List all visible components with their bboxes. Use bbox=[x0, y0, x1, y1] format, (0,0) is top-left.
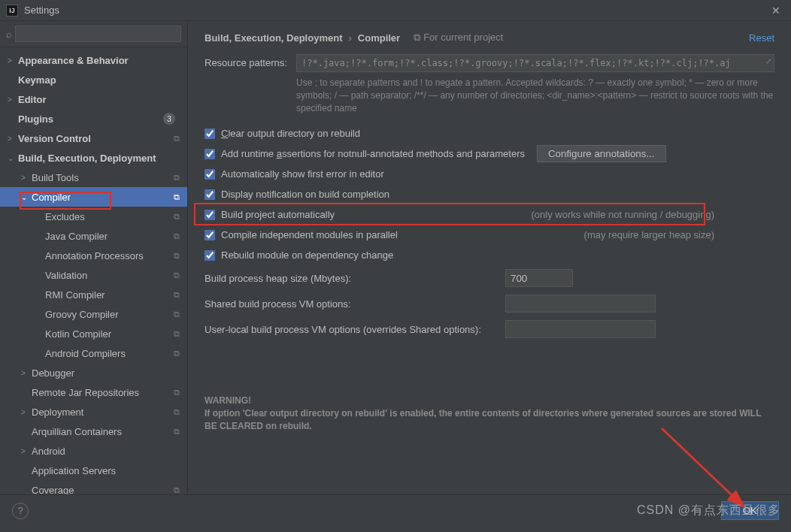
tree-item-compiler[interactable]: ⌄Compiler⧉ bbox=[0, 187, 187, 207]
tree-item-label: Android bbox=[32, 446, 187, 457]
settings-tree: >Appearance & BehaviorKeymap>EditorPlugi… bbox=[0, 47, 187, 494]
project-scope-icon: ⧉ bbox=[174, 134, 180, 144]
chevron-icon: > bbox=[21, 174, 32, 182]
resource-patterns-input[interactable] bbox=[296, 54, 774, 72]
project-scope-icon: ⧉ bbox=[174, 388, 180, 397]
close-icon[interactable]: ✕ bbox=[767, 5, 785, 17]
tree-item-keymap[interactable]: Keymap bbox=[0, 70, 187, 89]
heap-size-input[interactable] bbox=[505, 269, 573, 287]
rebuild-dep-checkbox[interactable] bbox=[205, 250, 215, 261]
tree-item-debugger[interactable]: >Debugger bbox=[0, 363, 187, 382]
chevron-icon: > bbox=[21, 369, 32, 377]
tree-item-rmi-compiler[interactable]: RMI Compiler⧉ bbox=[0, 285, 187, 304]
tree-item-excludes[interactable]: Excludes⧉ bbox=[0, 207, 187, 226]
tree-item-label: Android Compilers bbox=[45, 348, 174, 359]
shared-vm-input[interactable] bbox=[505, 295, 656, 313]
tree-item-build-execution-deployment[interactable]: ⌄Build, Execution, Deployment bbox=[0, 148, 187, 168]
ok-button[interactable]: OK bbox=[721, 501, 779, 520]
tree-item-label: Keymap bbox=[18, 74, 187, 86]
tree-item-label: Coverage bbox=[32, 485, 174, 495]
badge: 3 bbox=[163, 113, 175, 125]
app-icon: IJ bbox=[6, 5, 18, 17]
tree-item-label: Plugins bbox=[18, 113, 163, 125]
tree-item-label: Deployment bbox=[32, 407, 174, 418]
shared-vm-label: Shared build process VM options: bbox=[205, 298, 505, 310]
tree-item-label: Arquillian Containers bbox=[32, 426, 174, 437]
breadcrumb-parent[interactable]: Build, Execution, Deployment bbox=[205, 32, 342, 44]
project-scope-icon: ⧉ bbox=[174, 310, 180, 319]
tree-item-label: Groovy Compiler bbox=[45, 309, 174, 320]
chevron-right-icon: › bbox=[348, 32, 351, 44]
tree-item-arquillian-containers[interactable]: Arquillian Containers⧉ bbox=[0, 422, 187, 441]
tree-item-editor[interactable]: >Editor bbox=[0, 89, 187, 109]
search-input[interactable] bbox=[15, 26, 181, 42]
chevron-icon: ⌄ bbox=[21, 193, 32, 201]
resource-patterns-label: Resource patterns: bbox=[205, 54, 296, 68]
configure-annotations-button[interactable]: Configure annotations... bbox=[537, 145, 666, 162]
tree-item-android[interactable]: >Android bbox=[0, 441, 187, 461]
tree-item-label: Validation bbox=[45, 270, 174, 281]
tree-item-plugins[interactable]: Plugins3 bbox=[0, 109, 187, 128]
warning-body: If option 'Clear output directory on reb… bbox=[205, 408, 761, 431]
tree-item-label: Remote Jar Repositories bbox=[32, 387, 174, 398]
project-scope-icon: ⧉ bbox=[174, 485, 180, 495]
tree-item-java-compiler[interactable]: Java Compiler⧉ bbox=[0, 226, 187, 246]
warning-title: WARNING! bbox=[205, 395, 251, 406]
tree-item-validation[interactable]: Validation⧉ bbox=[0, 265, 187, 285]
project-scope-icon: ⧉ bbox=[174, 271, 180, 280]
parallel-compile-checkbox[interactable] bbox=[205, 230, 215, 240]
search-icon: ⌕ bbox=[6, 29, 12, 40]
titlebar: IJ Settings ✕ bbox=[0, 0, 791, 21]
tree-item-application-servers[interactable]: Application Servers bbox=[0, 461, 187, 480]
expand-icon[interactable]: ⤢ bbox=[765, 57, 771, 65]
tree-item-label: Build, Execution, Deployment bbox=[18, 153, 187, 164]
chevron-icon: > bbox=[21, 408, 32, 416]
tree-item-kotlin-compiler[interactable]: Kotlin Compiler⧉ bbox=[0, 324, 187, 343]
chevron-icon: ⌄ bbox=[8, 154, 18, 162]
scope-label: ⧉For current project bbox=[414, 32, 503, 44]
tree-item-annotation-processors[interactable]: Annotation Processors⧉ bbox=[0, 246, 187, 265]
tree-item-label: Appearance & Behavior bbox=[18, 55, 187, 66]
rebuild-dep-label: Rebuild module on dependency change bbox=[221, 249, 393, 261]
tree-item-groovy-compiler[interactable]: Groovy Compiler⧉ bbox=[0, 304, 187, 324]
parallel-compile-label: Compile independent modules in parallel bbox=[221, 229, 398, 240]
build-auto-checkbox[interactable] bbox=[205, 210, 215, 220]
tree-item-coverage[interactable]: Coverage⧉ bbox=[0, 480, 187, 494]
settings-sidebar: ⌕ >Appearance & BehaviorKeymap>EditorPlu… bbox=[0, 21, 188, 494]
tree-item-build-tools[interactable]: >Build Tools⧉ bbox=[0, 168, 187, 187]
build-auto-note: (only works while not running / debuggin… bbox=[531, 209, 714, 220]
tree-item-remote-jar-repositories[interactable]: Remote Jar Repositories⧉ bbox=[0, 382, 187, 402]
user-vm-input[interactable] bbox=[505, 320, 656, 338]
help-icon[interactable]: ? bbox=[12, 503, 29, 519]
tree-item-label: Java Compiler bbox=[45, 231, 174, 242]
tree-item-label: Debugger bbox=[32, 367, 187, 379]
display-notification-checkbox[interactable] bbox=[205, 189, 215, 200]
window-title: Settings bbox=[24, 5, 767, 16]
chevron-icon: > bbox=[21, 447, 32, 455]
copy-icon: ⧉ bbox=[414, 32, 420, 43]
runtime-assertions-label: Add runtime assertions for notnull-annot… bbox=[221, 148, 525, 159]
auto-show-error-checkbox[interactable] bbox=[205, 169, 215, 180]
tree-item-deployment[interactable]: >Deployment⧉ bbox=[0, 402, 187, 422]
tree-item-appearance-behavior[interactable]: >Appearance & Behavior bbox=[0, 50, 187, 70]
project-scope-icon: ⧉ bbox=[174, 192, 180, 202]
clear-output-label: Clear output directory on rebuild bbox=[221, 128, 360, 139]
parallel-compile-note: (may require larger heap size) bbox=[584, 229, 714, 240]
project-scope-icon: ⧉ bbox=[174, 329, 180, 339]
project-scope-icon: ⧉ bbox=[174, 427, 180, 437]
auto-show-error-label: Automatically show first error in editor bbox=[221, 168, 384, 180]
project-scope-icon: ⧉ bbox=[174, 212, 180, 222]
dialog-footer: ? OK bbox=[0, 494, 791, 526]
tree-item-label: Build Tools bbox=[32, 172, 174, 183]
tree-item-label: Editor bbox=[18, 94, 187, 105]
tree-item-android-compilers[interactable]: Android Compilers⧉ bbox=[0, 343, 187, 363]
runtime-assertions-checkbox[interactable] bbox=[205, 149, 215, 159]
tree-item-version-control[interactable]: >Version Control⧉ bbox=[0, 128, 187, 148]
clear-output-checkbox[interactable] bbox=[205, 128, 215, 139]
heap-size-label: Build process heap size (Mbytes): bbox=[205, 273, 505, 284]
reset-link[interactable]: Reset bbox=[749, 32, 774, 44]
project-scope-icon: ⧉ bbox=[174, 349, 180, 358]
warning-block: WARNING! If option 'Clear output directo… bbox=[205, 394, 774, 432]
tree-item-label: Compiler bbox=[32, 192, 174, 203]
build-auto-label: Build project automatically bbox=[221, 209, 335, 220]
